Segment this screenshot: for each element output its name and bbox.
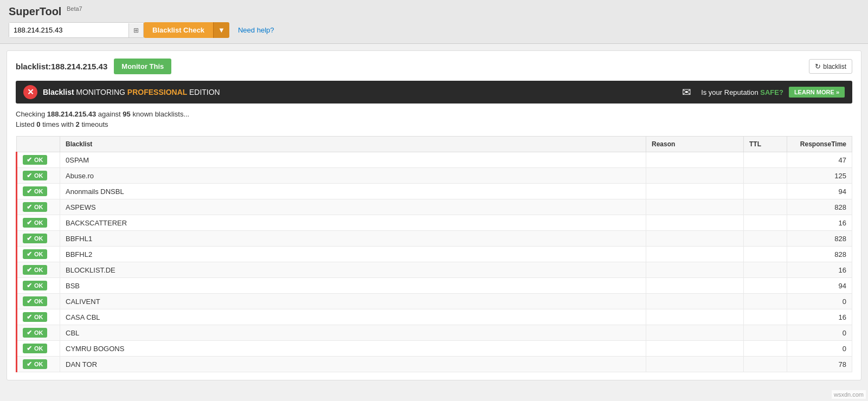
ttl-cell xyxy=(744,309,787,325)
blacklist-cell: BLOCKLIST.DE xyxy=(60,262,646,278)
blacklist-cell: DAN TOR xyxy=(60,357,646,372)
response-cell: 47 xyxy=(787,152,852,168)
check-icon: ✔ xyxy=(27,297,32,305)
response-cell: 828 xyxy=(787,199,852,215)
response-cell: 78 xyxy=(787,357,852,372)
search-input[interactable] xyxy=(9,23,128,37)
blacklist-cell: CALIVENT xyxy=(60,294,646,309)
ttl-cell xyxy=(744,199,787,215)
response-cell: 94 xyxy=(787,278,852,294)
reason-cell xyxy=(646,152,744,168)
check-icon: ✔ xyxy=(27,250,32,258)
blacklist-cell: BSB xyxy=(60,278,646,294)
ttl-cell xyxy=(744,341,787,357)
reason-cell xyxy=(646,168,744,184)
check-icon: ✔ xyxy=(27,329,32,337)
check-icon: ✔ xyxy=(27,187,32,195)
ok-badge: ✔ OK xyxy=(23,344,47,353)
check-icon: ✔ xyxy=(27,266,32,274)
blacklist-check-caret[interactable]: ▼ xyxy=(213,22,229,38)
checking-status: Checking 188.214.215.43 against 95 known… xyxy=(16,110,852,118)
status-cell: ✔ OK xyxy=(17,341,60,357)
blacklist-check-button[interactable]: Blacklist Check xyxy=(144,22,213,38)
status-cell: ✔ OK xyxy=(17,309,60,325)
status-cell: ✔ OK xyxy=(17,325,60,341)
status-cell: ✔ OK xyxy=(17,184,60,199)
ok-badge: ✔ OK xyxy=(23,171,47,180)
ok-badge: ✔ OK xyxy=(23,328,47,338)
status-cell: ✔ OK xyxy=(17,231,60,247)
table-row: ✔ OKCYMRU BOGONS0 xyxy=(17,341,852,357)
status-cell: ✔ OK xyxy=(17,152,60,168)
response-cell: 0 xyxy=(787,341,852,357)
response-cell: 828 xyxy=(787,231,852,247)
col-status xyxy=(17,137,60,152)
monitor-this-button[interactable]: Monitor This xyxy=(114,59,171,74)
reason-cell xyxy=(646,199,744,215)
status-cell: ✔ OK xyxy=(17,215,60,231)
col-response: ResponseTime xyxy=(787,137,852,152)
results-table: Blacklist Reason TTL ResponseTime ✔ OK0S… xyxy=(16,136,852,372)
response-cell: 125 xyxy=(787,168,852,184)
ttl-cell xyxy=(744,168,787,184)
ok-badge: ✔ OK xyxy=(23,359,47,369)
reason-cell xyxy=(646,215,744,231)
status-cell: ✔ OK xyxy=(17,294,60,309)
help-link[interactable]: Need help? xyxy=(238,26,274,34)
check-icon: ✔ xyxy=(27,313,32,321)
main-content: blacklist:188.214.215.43 Monitor This ↻ … xyxy=(7,50,861,380)
ok-badge: ✔ OK xyxy=(23,281,47,290)
status-cell: ✔ OK xyxy=(17,357,60,372)
search-icon-button[interactable]: ⊞ xyxy=(128,23,143,37)
ok-badge: ✔ OK xyxy=(23,296,47,306)
table-row: ✔ OKCASA CBL16 xyxy=(17,309,852,325)
response-cell: 0 xyxy=(787,325,852,341)
table-row: ✔ OKCALIVENT0 xyxy=(17,294,852,309)
ok-badge: ✔ OK xyxy=(23,234,47,243)
blacklist-refresh-button[interactable]: ↻ blacklist xyxy=(809,59,852,74)
banner-text: Blacklist MONITORING PROFESSIONAL EDITIO… xyxy=(43,88,672,96)
blacklist-cell: Anonmails DNSBL xyxy=(60,184,646,199)
status-cell: ✔ OK xyxy=(17,262,60,278)
check-icon: ✔ xyxy=(27,172,32,179)
table-row: ✔ OKCBL0 xyxy=(17,325,852,341)
table-row: ✔ OKBSB94 xyxy=(17,278,852,294)
blacklist-cell: ASPEWS xyxy=(60,199,646,215)
table-row: ✔ OKAnonmails DNSBL94 xyxy=(17,184,852,199)
table-row: ✔ OKDAN TOR78 xyxy=(17,357,852,372)
table-row: ✔ OKBLOCKLIST.DE16 xyxy=(17,262,852,278)
page-title-row: blacklist:188.214.215.43 Monitor This ↻ … xyxy=(16,59,852,74)
ok-badge: ✔ OK xyxy=(23,312,47,322)
banner-x-icon: ✕ xyxy=(23,85,37,99)
reason-cell xyxy=(646,262,744,278)
check-icon: ✔ xyxy=(27,219,32,227)
refresh-icon: ↻ xyxy=(815,62,821,70)
reason-cell xyxy=(646,231,744,247)
header-controls: ⊞ Blacklist Check ▼ Need help? xyxy=(9,22,859,38)
table-row: ✔ OKAbuse.ro125 xyxy=(17,168,852,184)
blacklist-cell: CASA CBL xyxy=(60,309,646,325)
learn-more-button[interactable]: LEARN MORE » xyxy=(789,87,845,98)
ttl-cell xyxy=(744,247,787,262)
ttl-cell xyxy=(744,357,787,372)
ttl-cell xyxy=(744,294,787,309)
col-ttl: TTL xyxy=(744,137,787,152)
status-cell: ✔ OK xyxy=(17,168,60,184)
table-body: ✔ OK0SPAM47✔ OKAbuse.ro125✔ OKAnonmails … xyxy=(17,152,852,372)
col-blacklist: Blacklist xyxy=(60,137,646,152)
check-icon: ✔ xyxy=(27,235,32,242)
reason-cell xyxy=(646,184,744,199)
response-cell: 94 xyxy=(787,184,852,199)
response-cell: 16 xyxy=(787,215,852,231)
search-wrapper: ⊞ xyxy=(9,22,144,38)
blacklist-cell: 0SPAM xyxy=(60,152,646,168)
page-title: blacklist:188.214.215.43 xyxy=(16,62,107,71)
response-cell: 828 xyxy=(787,247,852,262)
table-row: ✔ OKASPEWS828 xyxy=(17,199,852,215)
table-header: Blacklist Reason TTL ResponseTime xyxy=(17,137,852,152)
app-title: SuperTool Beta7 xyxy=(9,5,82,18)
ok-badge: ✔ OK xyxy=(23,202,47,212)
envelope-icon: ✉ xyxy=(682,86,691,99)
ok-badge: ✔ OK xyxy=(23,218,47,228)
blacklist-cell: CYMRU BOGONS xyxy=(60,341,646,357)
